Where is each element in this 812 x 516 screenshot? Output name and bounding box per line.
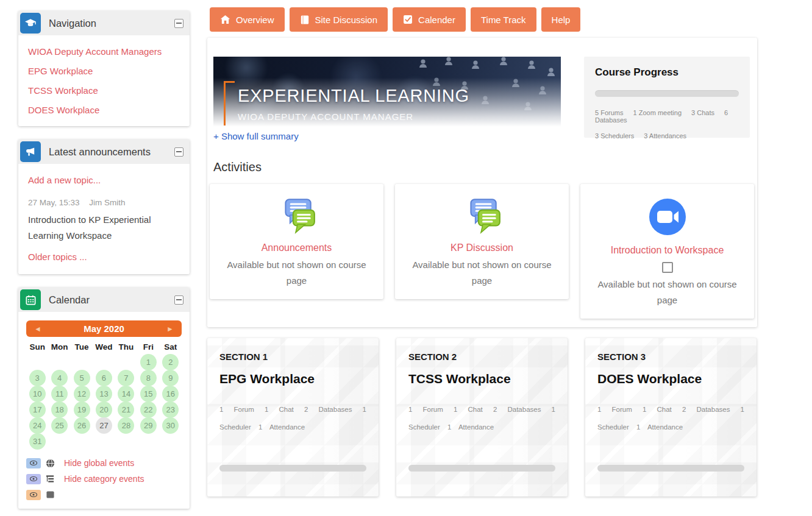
- calendar-day[interactable]: 9: [162, 370, 179, 386]
- section-card-1[interactable]: SECTION 1 EPG Workplace 1 Forum 1 Chat 2…: [207, 338, 379, 497]
- calendar-day[interactable]: 26: [74, 417, 90, 434]
- section-label: SECTION 2: [408, 352, 555, 362]
- day-header: Sun: [26, 342, 48, 352]
- calendar-day[interactable]: 17: [29, 401, 46, 418]
- forum-icon: [406, 197, 558, 236]
- calendar-day[interactable]: 4: [51, 370, 68, 386]
- day-header: Mon: [48, 342, 70, 352]
- button-label: Site Discussion: [315, 15, 378, 25]
- calendar-day-empty: [74, 354, 90, 370]
- section-card-2[interactable]: SECTION 2 TCSS Workplace 1 Forum 1 Chat …: [396, 338, 568, 497]
- activity-link[interactable]: Announcements: [221, 242, 372, 253]
- calender-button[interactable]: Calender: [393, 7, 466, 32]
- calendar-month-label: May 2020: [84, 323, 124, 334]
- calendar-day[interactable]: 1: [140, 354, 157, 370]
- calendar-day[interactable]: 29: [140, 417, 157, 434]
- course-overview-card: EXPERIENTIAL LEARNING WIOA DEPUTY ACCOUN…: [207, 38, 757, 327]
- calendar-day[interactable]: 21: [118, 401, 134, 418]
- calendar-day[interactable]: 14: [118, 386, 134, 402]
- button-label: Help: [552, 15, 571, 25]
- nav-link-tcss[interactable]: TCSS Workplace: [28, 85, 180, 96]
- calendar-day[interactable]: 22: [140, 401, 157, 418]
- previous-month-arrow[interactable]: ◄: [34, 325, 41, 333]
- calendar-day[interactable]: 20: [96, 401, 112, 418]
- activity-card-kp-discussion: KP Discussion Available but not shown on…: [395, 184, 569, 299]
- calendar-day-empty: [51, 433, 68, 450]
- course-progress-stats-line1: 5 Forums 1 Zoom meeting 3 Chats 6 Databa…: [595, 109, 739, 124]
- sidebar: Navigation WIOA Deputy Account Managers …: [18, 11, 190, 516]
- section-card-3[interactable]: SECTION 3 DOES Workplace 1 Forum 1 Chat …: [585, 338, 757, 497]
- calendar-day[interactable]: 13: [96, 386, 112, 402]
- collapse-block-icon[interactable]: [174, 19, 183, 28]
- calendar-day[interactable]: 11: [51, 386, 68, 402]
- next-month-arrow[interactable]: ►: [166, 325, 174, 333]
- home-icon: [220, 15, 230, 24]
- forum-icon: [221, 197, 372, 236]
- megaphone-icon: [20, 141, 41, 162]
- course-progress-title: Course Progress: [595, 66, 739, 79]
- calendar-day[interactable]: 23: [162, 401, 179, 418]
- hide-global-events-link[interactable]: Hide global events: [64, 458, 134, 468]
- button-label: Time Track: [481, 15, 526, 25]
- calendar-day[interactable]: 12: [74, 386, 90, 402]
- announcement-title-link[interactable]: Introduction to KP Experiential Learning…: [28, 212, 180, 243]
- calendar-block: Calendar ◄ May 2020 ► Sun Mon Tue Wed Th…: [18, 288, 190, 509]
- calendar-day[interactable]: 28: [118, 417, 134, 434]
- activity-link[interactable]: KP Discussion: [406, 242, 558, 253]
- navigation-list: WIOA Deputy Account Managers EPG Workpla…: [18, 35, 190, 126]
- calendar-day[interactable]: 2: [162, 354, 179, 370]
- help-button[interactable]: Help: [541, 7, 581, 32]
- collapse-block-icon[interactable]: [174, 147, 183, 157]
- older-topics-link[interactable]: Older topics ...: [28, 252, 180, 262]
- show-full-summary-link[interactable]: + Show full summary: [213, 131, 299, 141]
- section-label: SECTION 3: [597, 352, 744, 362]
- stat-zoom-meetings: 1 Zoom meeting: [633, 109, 682, 116]
- calendar-day[interactable]: 6: [96, 370, 112, 386]
- calendar-day[interactable]: 27: [96, 417, 112, 434]
- course-banner: EXPERIENTIAL LEARNING WIOA DEPUTY ACCOUN…: [213, 57, 561, 127]
- calendar-day[interactable]: 24: [29, 417, 46, 434]
- calendar-filters: Hide global events Hide category events: [26, 455, 182, 503]
- completion-checkbox[interactable]: [662, 262, 673, 273]
- activity-link[interactable]: Introduction to Workspace: [591, 245, 743, 256]
- graduation-cap-icon: [20, 13, 41, 34]
- block-title: Latest announcements: [49, 146, 151, 158]
- section-progress-bar: [219, 465, 366, 472]
- calendar-day[interactable]: 25: [51, 417, 68, 434]
- calendar-day[interactable]: 5: [74, 370, 90, 386]
- course-banner-subtitle: WIOA DEPUTY ACCOUNT MANAGER: [238, 111, 413, 122]
- block-title: Navigation: [49, 18, 96, 29]
- calendar-day[interactable]: 10: [29, 386, 46, 402]
- nav-link-epg[interactable]: EPG Workplace: [28, 66, 180, 76]
- time-track-button[interactable]: Time Track: [471, 7, 536, 32]
- calendar-day[interactable]: 15: [140, 386, 157, 402]
- calendar-day[interactable]: 7: [118, 370, 134, 386]
- add-new-topic-link[interactable]: Add a new topic...: [28, 175, 180, 185]
- site-discussion-button[interactable]: Site Discussion: [290, 7, 388, 32]
- calendar-day-empty: [140, 433, 157, 450]
- day-header: Wed: [93, 342, 115, 352]
- collapse-block-icon[interactable]: [174, 295, 183, 305]
- calendar-day-empty: [96, 433, 112, 450]
- calendar-day[interactable]: 16: [162, 386, 179, 402]
- section-progress-bar: [408, 465, 555, 472]
- stat-attendances: 3 Attendances: [644, 132, 686, 140]
- calendar-day[interactable]: 31: [29, 433, 46, 450]
- calendar-day-headers: Sun Mon Tue Wed Thu Fri Sat: [26, 342, 182, 352]
- hide-category-events-link[interactable]: Hide category events: [64, 474, 144, 484]
- section-label: SECTION 1: [219, 352, 366, 362]
- section-title: EPG Workplace: [219, 372, 366, 386]
- calendar-day[interactable]: 19: [74, 401, 90, 418]
- nav-link-wioa[interactable]: WIOA Deputy Account Managers: [28, 46, 180, 57]
- announcement-date: 27 May, 15:33: [28, 198, 80, 207]
- calendar-day[interactable]: 30: [162, 417, 179, 434]
- nav-link-does[interactable]: DOES Workplace: [28, 105, 180, 115]
- calendar-filter-category: Hide category events: [26, 471, 182, 487]
- calendar-day[interactable]: 3: [29, 370, 46, 386]
- calendar-day[interactable]: 18: [51, 401, 68, 418]
- eye-icon: [26, 474, 41, 484]
- overview-button[interactable]: Overview: [210, 7, 285, 32]
- calendar-day[interactable]: 8: [140, 370, 157, 386]
- activity-availability: Available but not shown on course page: [591, 277, 743, 309]
- calendar-day-empty: [74, 433, 90, 450]
